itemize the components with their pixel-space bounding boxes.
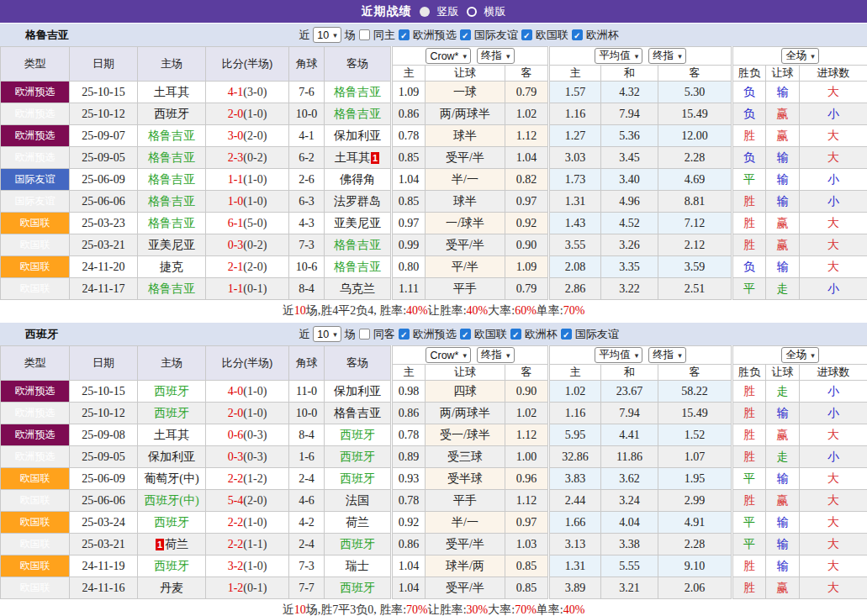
league-checkbox[interactable]: ✓ — [460, 29, 471, 40]
away-team: 荷兰 — [325, 512, 392, 534]
team-label: 土耳其 — [335, 151, 370, 164]
asian-home-odds: 1.11 — [392, 278, 426, 300]
halftime-score: (1-1) — [243, 538, 267, 550]
scope-select[interactable]: 全场▾ — [781, 48, 819, 64]
league-checkbox-label[interactable]: 国际友谊 — [474, 28, 518, 43]
odds-time-select[interactable]: 终指▾ — [477, 347, 515, 363]
match-score: 1-0(1-0) — [206, 191, 289, 213]
vertical-layout-radio[interactable] — [420, 7, 430, 17]
europe-draw-odds: 11.86 — [601, 446, 658, 468]
halftime-score: (1-0) — [243, 173, 267, 186]
league-checkbox-label[interactable]: 欧国联 — [536, 28, 568, 43]
matches-table-spain: 类型 日期 主场 比分(半场) 角球 客场 Crow*▾ 终指▾ 平均值▾ 终指… — [0, 345, 867, 599]
chevron-down-icon: ▾ — [811, 52, 815, 61]
team-label: 西班牙 — [340, 450, 375, 463]
asian-handicap: 一/球半 — [426, 213, 505, 234]
asian-handicap: 两/两球半 — [426, 403, 505, 424]
col-header-asian-away: 客 — [505, 365, 549, 381]
result-wdl: 胜 — [732, 424, 766, 446]
result-goals: 大 — [800, 555, 867, 577]
result-goals: 大 — [800, 256, 867, 278]
asian-home-odds: 0.86 — [392, 103, 426, 125]
europe-draw-odds: 3.62 — [601, 468, 658, 490]
europe-time-select[interactable]: 终指▾ — [648, 48, 686, 64]
halftime-score: (1-0) — [243, 108, 267, 120]
summary-segment: 场,胜7平3负0, 胜率: — [306, 603, 406, 616]
away-team: 格鲁吉亚 — [325, 234, 392, 256]
col-header-europe-draw: 和 — [601, 365, 658, 381]
horizontal-layout-radio[interactable] — [467, 7, 477, 17]
asian-away-odds: 1.03 — [505, 534, 549, 555]
result-handicap: 输 — [766, 403, 800, 424]
league-checkbox-label[interactable]: 欧洲预选 — [413, 28, 457, 43]
league-checkbox-label[interactable]: 欧国联 — [474, 327, 507, 342]
league-checkbox-label[interactable]: 欧洲杯 — [525, 327, 558, 342]
league-checkbox[interactable]: ✓ — [572, 29, 583, 40]
corner-score: 2-6 — [289, 169, 325, 191]
fulltime-score: 2-2 — [228, 516, 244, 529]
same-venue-checkbox[interactable] — [359, 29, 370, 40]
same-venue-checkbox[interactable] — [359, 329, 370, 340]
team-label: 西班牙 — [154, 560, 189, 572]
league-checkbox[interactable]: ✓ — [460, 329, 471, 340]
halftime-score: (2-0) — [243, 494, 267, 507]
scope-select[interactable]: 全场▾ — [781, 347, 819, 363]
league-checkbox-label[interactable]: 欧洲预选 — [413, 327, 457, 342]
asian-home-odds: 0.89 — [392, 446, 426, 468]
result-wdl: 胜 — [732, 125, 766, 147]
league-checkbox[interactable]: ✓ — [399, 29, 410, 40]
summary-segment: 大率: — [488, 603, 515, 616]
title-bar: 近期战绩 竖版 横版 — [0, 0, 867, 23]
result-handicap: 赢 — [766, 490, 800, 512]
match-score: 4-0(1-0) — [206, 381, 289, 403]
col-header-asian-away: 客 — [505, 66, 549, 82]
league-checkbox[interactable]: ✓ — [510, 329, 521, 340]
asian-away-odds: 1.04 — [505, 147, 549, 169]
team-label: 格鲁吉亚 — [334, 239, 381, 251]
team-name: 格鲁吉亚 — [25, 28, 69, 43]
asian-handicap: 受半球 — [426, 468, 505, 490]
asian-home-odds: 0.85 — [392, 191, 426, 213]
team-label: 亚美尼亚 — [148, 239, 195, 251]
match-row: 欧洲预选25-10-15西班牙4-0(1-0)11-0保加利亚0.98四球0.9… — [1, 381, 867, 403]
europe-away-odds: 2.12 — [658, 234, 732, 256]
league-checkbox-label[interactable]: 欧洲杯 — [586, 28, 619, 43]
halftime-score: (3-0) — [243, 86, 267, 98]
summary-segment: 近 — [283, 303, 294, 319]
league-checkbox[interactable]: ✓ — [561, 329, 572, 340]
europe-time-select[interactable]: 终指▾ — [648, 347, 686, 363]
summary-segment: 40% — [406, 304, 428, 318]
europe-draw-odds: 3.24 — [601, 490, 658, 512]
asian-home-odds: 0.78 — [392, 125, 426, 147]
games-count-select[interactable]: 10▾ — [313, 326, 341, 342]
team-label: 西班牙 — [154, 407, 189, 419]
league-badge: 欧洲预选 — [1, 446, 70, 468]
same-venue-label[interactable]: 同主 — [373, 28, 395, 43]
europe-draw-odds: 7.94 — [601, 403, 658, 424]
summary-segment: 单率: — [537, 603, 563, 616]
europe-company-select[interactable]: 平均值▾ — [595, 48, 642, 64]
odds-company-select[interactable]: Crow*▾ — [426, 48, 471, 64]
league-checkbox[interactable]: ✓ — [399, 329, 410, 340]
asian-home-odds: 1.04 — [392, 555, 426, 577]
vertical-layout-label[interactable]: 竖版 — [437, 4, 459, 19]
odds-company-select[interactable]: Crow*▾ — [426, 347, 471, 363]
horizontal-layout-label[interactable]: 横版 — [484, 4, 506, 19]
fulltime-score: 1-0 — [228, 195, 244, 208]
away-team: 西班牙 — [325, 446, 392, 468]
games-count-select[interactable]: 10▾ — [313, 27, 341, 43]
away-team: 西班牙 — [325, 534, 392, 555]
home-team: 西班牙 — [138, 381, 206, 403]
corner-score: 8-4 — [289, 278, 325, 300]
col-header-goals: 进球数 — [800, 365, 867, 381]
away-team: 乌克兰 — [325, 278, 392, 300]
match-score: 0-3(0-2) — [206, 234, 289, 256]
home-team: 西班牙 — [138, 403, 206, 424]
odds-time-select[interactable]: 终指▾ — [477, 48, 515, 64]
same-venue-label[interactable]: 同客 — [373, 327, 395, 342]
europe-draw-odds: 4.52 — [601, 213, 658, 234]
europe-company-select[interactable]: 平均值▾ — [595, 347, 642, 363]
league-checkbox-label[interactable]: 国际友谊 — [575, 327, 619, 342]
league-checkbox[interactable]: ✓ — [521, 29, 532, 40]
asian-handicap: 半/一 — [426, 512, 505, 534]
